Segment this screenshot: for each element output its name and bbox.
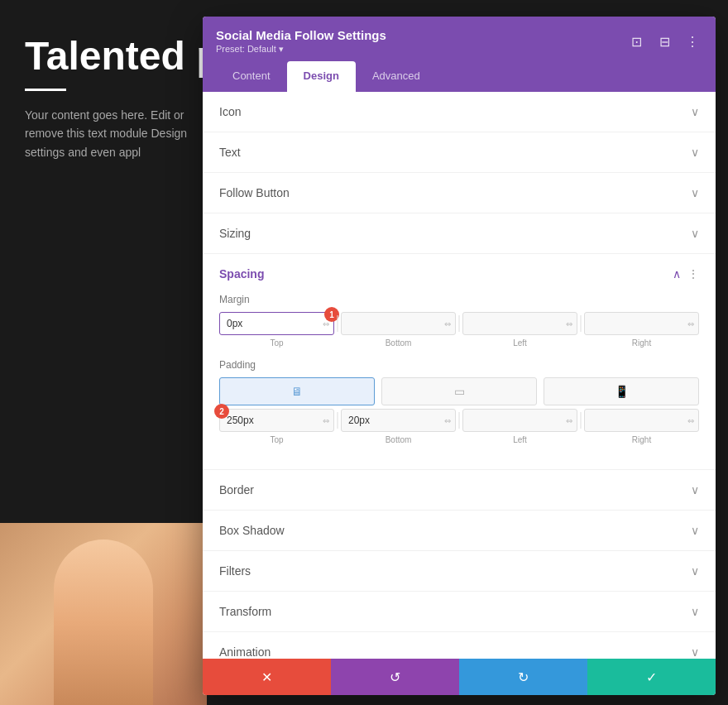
tab-bar: Content Design Advanced	[216, 61, 702, 92]
padding-left-label: Left	[462, 435, 577, 444]
modal-title-block: Social Media Follow Settings Preset: Def…	[216, 28, 386, 55]
margin-right-label: Right	[584, 338, 699, 348]
modal-header: Social Media Follow Settings Preset: Def…	[203, 17, 716, 92]
reset-button[interactable]: ↺	[331, 659, 459, 695]
padding-label: Padding	[219, 359, 699, 371]
confirm-icon: ✓	[646, 669, 657, 685]
page-image	[0, 523, 207, 705]
modal-panel: Social Media Follow Settings Preset: Def…	[203, 17, 716, 695]
margin-input-row: ⇔ 1 ⇔	[219, 312, 699, 335]
padding-top-link-icon: ⇔	[323, 416, 329, 425]
padding-right-label: Right	[584, 435, 699, 444]
section-animation[interactable]: Animation ∨	[203, 632, 716, 659]
padding-bottom-label: Bottom	[341, 435, 456, 444]
margin-left-cell: ⇔	[462, 312, 577, 335]
section-border[interactable]: Border ∨	[203, 470, 716, 511]
person-silhouette	[54, 540, 153, 705]
margin-right-link-icon: ⇔	[687, 319, 694, 329]
section-transform-label: Transform	[219, 605, 271, 618]
redo-button[interactable]: ↻	[459, 659, 587, 695]
spacing-header[interactable]: Spacing ∧ ⋮	[203, 254, 716, 294]
padding-bottom-input[interactable]	[341, 409, 456, 432]
margin-divider-3	[577, 312, 584, 335]
tab-content[interactable]: Content	[216, 61, 287, 92]
chevron-border-icon: ∨	[691, 483, 699, 496]
padding-left-cell: ⇔	[462, 409, 577, 432]
section-boxshadow-label: Box Shadow	[219, 524, 285, 537]
redo-icon: ↻	[518, 669, 529, 685]
margin-right-input[interactable]	[584, 312, 699, 335]
margin-labels-row: Top Bottom Left Right	[219, 338, 699, 348]
tab-design[interactable]: Design	[287, 61, 356, 92]
section-box-shadow[interactable]: Box Shadow ∨	[203, 511, 716, 551]
padding-top-label: Top	[219, 435, 334, 444]
margin-top-input[interactable]	[219, 312, 334, 335]
chevron-animation-icon: ∨	[691, 645, 699, 659]
margin-bottom-cell: ⇔	[341, 312, 456, 335]
spacing-header-icons: ∧ ⋮	[673, 267, 699, 281]
section-text[interactable]: Text ∨	[203, 132, 716, 173]
padding-top-cell: ⇔ 2	[219, 409, 334, 432]
margin-right-cell: ⇔	[584, 312, 699, 335]
padding-left-link-icon: ⇔	[566, 416, 572, 425]
margin-divider-1	[334, 312, 341, 335]
spacing-more-icon[interactable]: ⋮	[687, 267, 699, 281]
padding-right-cell: ⇔	[584, 409, 699, 432]
tab-advanced[interactable]: Advanced	[356, 61, 437, 92]
padding-top-input[interactable]	[219, 409, 334, 432]
modal-header-top: Social Media Follow Settings Preset: Def…	[216, 28, 702, 55]
section-spacing: Spacing ∧ ⋮ Margin ⇔ 1	[203, 254, 716, 470]
modal-header-icons: ⊡ ⊟ ⋮	[626, 31, 702, 51]
chevron-follow-icon: ∨	[691, 186, 699, 199]
padding-input-row: ⇔ 2 ⇔	[219, 409, 699, 432]
section-follow-button[interactable]: Follow Button ∨	[203, 173, 716, 213]
section-icon-label: Icon	[219, 105, 241, 118]
device-desktop[interactable]: 🖥	[219, 377, 375, 405]
chevron-icon: ∨	[691, 105, 699, 118]
device-mobile[interactable]: 📱	[544, 377, 699, 405]
padding-left-input[interactable]	[462, 409, 577, 432]
chevron-sizing-icon: ∨	[691, 227, 699, 240]
section-filters-label: Filters	[219, 564, 251, 578]
modal-footer: ✕ ↺ ↻ ✓	[203, 659, 716, 695]
margin-bottom-label: Bottom	[341, 338, 456, 348]
margin-bottom-link-icon: ⇔	[444, 319, 451, 329]
more-options-icon[interactable]: ⋮	[682, 31, 702, 51]
device-tablet[interactable]: ▭	[381, 377, 537, 405]
section-animation-label: Animation	[219, 645, 271, 659]
badge-2: 2	[214, 404, 229, 419]
padding-labels-row: Top Bottom Left Right	[219, 435, 699, 444]
padding-divider-2	[456, 409, 462, 432]
columns-icon[interactable]: ⊟	[654, 31, 674, 51]
margin-label: Margin	[219, 294, 699, 305]
section-filters[interactable]: Filters ∨	[203, 551, 716, 592]
margin-bottom-input[interactable]	[341, 312, 456, 335]
reset-icon: ↺	[390, 669, 400, 685]
chevron-boxshadow-icon: ∨	[691, 524, 699, 537]
modal-body: Icon ∨ Text ∨ Follow Button ∨ Sizing ∨ S…	[203, 92, 716, 659]
section-text-label: Text	[219, 146, 241, 159]
padding-device-row: 🖥 ▭ 📱	[219, 377, 699, 405]
page-divider	[25, 89, 66, 91]
section-icon[interactable]: Icon ∨	[203, 92, 716, 132]
margin-left-input[interactable]	[462, 312, 577, 335]
margin-left-label: Left	[462, 338, 577, 348]
modal-preset[interactable]: Preset: Default ▾	[216, 44, 386, 55]
padding-divider-3	[577, 409, 584, 432]
chevron-spacing-icon: ∧	[673, 267, 681, 281]
margin-divider-2	[456, 312, 462, 335]
padding-divider-1	[334, 409, 341, 432]
fullscreen-icon[interactable]: ⊡	[626, 31, 646, 51]
padding-bottom-link-icon: ⇔	[444, 416, 451, 425]
margin-left-link-icon: ⇔	[566, 319, 572, 329]
chevron-transform-icon: ∨	[691, 605, 699, 618]
page-body-text: Your content goes here. Edit or remove t…	[25, 106, 215, 161]
cancel-button[interactable]: ✕	[203, 659, 331, 695]
cancel-icon: ✕	[261, 669, 272, 685]
padding-right-input[interactable]	[584, 409, 699, 432]
section-transform[interactable]: Transform ∨	[203, 592, 716, 632]
confirm-button[interactable]: ✓	[587, 659, 716, 695]
modal-title: Social Media Follow Settings	[216, 28, 386, 42]
margin-top-label: Top	[219, 338, 334, 348]
section-sizing[interactable]: Sizing ∨	[203, 213, 716, 254]
